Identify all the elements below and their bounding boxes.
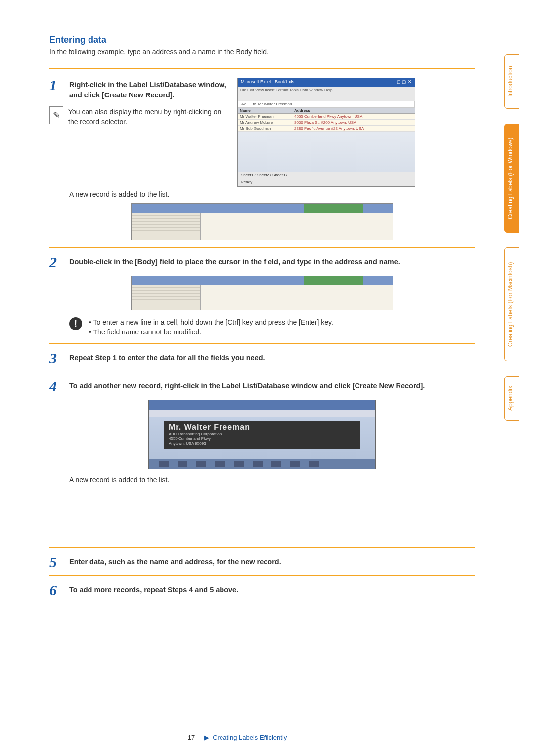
excel-formula-value: Mr Walter Freeman <box>258 102 292 106</box>
step-1-row: 1 Right-click in the Label List/Database… <box>49 78 475 187</box>
step-number: 1 <box>49 78 64 93</box>
excel-toolbar <box>238 94 415 101</box>
step-4: 4 To add another new record, right-click… <box>49 379 475 394</box>
label-editor-screenshot: Mr. Walter Freeman ABC Transporting Corp… <box>148 400 376 469</box>
section-title: Entering data <box>49 35 475 45</box>
step-number: 2 <box>49 255 64 270</box>
tab-appendix[interactable]: Appendix <box>504 376 519 421</box>
step-4-after: A new record is added to the list. <box>69 476 475 484</box>
page-content: Entering data In the following example, … <box>0 0 534 623</box>
excel-header-b: Address <box>292 108 415 114</box>
note-box: ✎ You can also display the menu by right… <box>49 106 227 127</box>
excel-cell: Mr Andrew McLure <box>238 120 292 126</box>
excel-header-a: Name <box>238 108 292 114</box>
warning-icon: ! <box>69 317 82 330</box>
tab-creating-labels-macintosh[interactable]: Creating Labels (For Macintosh) <box>504 247 519 361</box>
divider <box>49 372 475 372</box>
step-number: 6 <box>49 583 64 598</box>
label-preview-line: Anytown, USA 95093 <box>169 441 356 446</box>
divider <box>49 68 475 69</box>
excel-cell: Mr Bob Goodman <box>238 126 292 132</box>
excel-sheet-tabs: Sheet1 / Sheet2 / Sheet3 / <box>241 173 287 177</box>
label-preview-name: Mr. Walter Freeman <box>169 423 356 432</box>
note-text: You can also display the menu by right-c… <box>68 106 227 127</box>
step-1: 1 Right-click in the Label List/Database… <box>49 78 227 100</box>
footer-link[interactable]: Creating Labels Efficiently <box>213 734 287 741</box>
divider <box>49 343 475 344</box>
excel-status: Ready <box>241 180 252 184</box>
excel-title: Microsoft Excel - Book1.xls <box>241 79 294 86</box>
database-screenshot-2 <box>131 276 393 310</box>
side-nav-tabs: Introduction Creating Labels (For Window… <box>504 54 519 421</box>
step-5-text: Enter data, such as the name and address… <box>69 557 475 567</box>
warning-line-2: • The field name cannot be modified. <box>89 327 333 337</box>
database-screenshot-1 <box>131 203 393 240</box>
step-4-text: To add another new record, right-click i… <box>69 381 475 391</box>
step-6-text: To add more records, repeat Steps 4 and … <box>69 585 475 595</box>
warning-box: ! • To enter a new line in a cell, hold … <box>69 317 475 337</box>
step-2-text: Double-click in the [Body] field to plac… <box>69 257 475 267</box>
divider <box>49 575 475 576</box>
step-3-text: Repeat Step 1 to enter the data for all … <box>69 353 475 363</box>
page-number: 17 <box>188 734 195 741</box>
memo-icon: ✎ <box>49 106 63 124</box>
tab-creating-labels-windows[interactable]: Creating Labels (For Windows) <box>504 124 519 233</box>
intro-text: In the following example, type an addres… <box>49 48 475 56</box>
step-number: 5 <box>49 555 64 569</box>
excel-cell: Mr Walter Freeman <box>238 114 292 120</box>
excel-screenshot: Microsoft Excel - Book1.xls ▢ ▢ ✕ File E… <box>237 78 415 187</box>
excel-cell: 2380 Pacific Avenue #23 Anytown, USA <box>292 126 415 132</box>
window-controls-icon: ▢ ▢ ✕ <box>397 79 412 86</box>
step-1-text: Right-click in the Label List/Database w… <box>69 80 227 100</box>
step-5: 5 Enter data, such as the name and addre… <box>49 555 475 569</box>
step-2: 2 Double-click in the [Body] field to pl… <box>49 255 475 270</box>
step-6: 6 To add more records, repeat Steps 4 an… <box>49 583 475 598</box>
excel-cell: 4555 Cumberland Pkwy Anytown, USA <box>292 114 415 120</box>
page-footer: 17 ▶ Creating Labels Efficiently <box>0 734 475 741</box>
step-1-after: A new record is added to the list. <box>69 190 475 198</box>
arrow-icon: ▶ <box>204 734 209 741</box>
tab-introduction[interactable]: Introduction <box>504 54 519 109</box>
label-preview-line: ABC Transporting Corporation <box>169 432 356 437</box>
step-3: 3 Repeat Step 1 to enter the data for al… <box>49 351 475 366</box>
excel-cell: 8000 Plaza St. #200 Anytown, USA <box>292 120 415 126</box>
excel-menu: File Edit View Insert Format Tools Data … <box>238 87 415 94</box>
divider <box>49 547 475 548</box>
divider <box>49 247 475 248</box>
warning-line-1: • To enter a new line in a cell, hold do… <box>89 317 333 327</box>
step-number: 3 <box>49 351 64 366</box>
step-number: 4 <box>49 379 64 394</box>
label-preview-line: 4555 Cumberland Pkwy <box>169 436 356 441</box>
excel-cell-ref: A2 <box>241 102 246 106</box>
